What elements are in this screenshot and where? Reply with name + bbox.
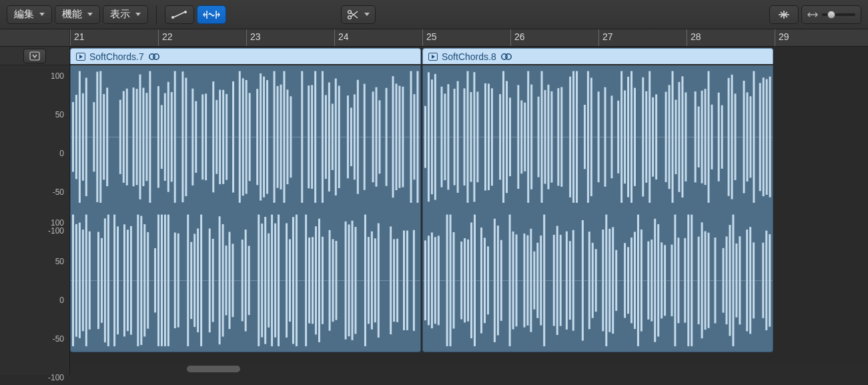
ruler-tick [422,29,423,46]
menu-edit[interactable]: 編集 [7,5,52,24]
ruler-label: 26 [514,31,525,42]
region-play-icon[interactable] [76,53,85,61]
region-header[interactable]: SoftChords.8 [422,48,773,64]
ruler-label: 24 [338,31,349,42]
amplitude-label: -50 [53,334,64,344]
zoom-knob[interactable] [827,11,835,19]
ruler-tick [334,29,335,46]
ruler-tick [598,29,599,46]
menu-functions[interactable]: 機能 [55,5,100,24]
ruler-tick [510,29,511,46]
svg-point-7 [153,53,159,59]
chevron-down-icon [135,13,141,16]
waveform-channel [71,65,420,209]
automation-curve-icon [171,9,188,20]
toolbar: 編集 機能 表示 [0,0,868,29]
inspector-toggle-button[interactable] [23,49,46,63]
amplitude-label: 0 [59,149,64,158]
right-tool-group [769,5,861,24]
waveform-axis [423,137,773,137]
zoom-horizontal-icon [807,11,818,19]
waveform-channel [423,65,773,209]
left-column: 100500-50-100100500-50-100 [0,47,70,375]
waveform-axis [423,280,773,281]
ruler-label: 23 [250,31,261,42]
marquee-tool-group [341,5,376,24]
ruler-tick [246,29,247,46]
ruler-tick [687,29,687,46]
menu-edit-label: 編集 [14,8,34,21]
waveform-channel [71,209,420,352]
amplitude-label: 50 [55,257,64,266]
amplitude-label: 100 [51,71,64,81]
menu-group: 編集 機能 表示 [7,5,148,24]
toolbar-divider [156,5,157,24]
region-header[interactable]: SoftChords.7 [70,48,421,64]
ruler-label: 21 [74,31,85,42]
region-body[interactable] [422,65,773,352]
ruler-label: 29 [779,31,789,42]
ruler-label: 25 [426,31,437,42]
svg-rect-4 [30,52,39,60]
ruler-tick [158,29,159,46]
horizontal-scrollbar[interactable] [70,364,868,374]
svg-point-10 [506,53,511,59]
region-body[interactable] [70,65,421,352]
svg-point-3 [348,15,352,19]
chevron-down-icon [39,13,45,16]
amplitude-label: 50 [55,110,64,119]
ruler-gutter [0,29,70,46]
menu-view-label: 表示 [110,8,130,21]
waveform-axis [71,280,420,281]
svg-point-2 [348,10,352,13]
region-loop-icon[interactable] [148,53,160,61]
bar-ruler[interactable]: 212223242526272829 [70,29,868,46]
waveform-area[interactable] [70,65,868,359]
horizontal-zoom-slider[interactable] [801,5,861,24]
waveform-channel [423,209,773,352]
region-play-icon[interactable] [428,53,438,61]
amplitude-label: -50 [53,187,64,197]
left-header [0,47,69,65]
zoom-track[interactable] [822,13,855,16]
amplitude-label: 0 [59,296,64,305]
region-name-label: SoftChords.7 [89,51,144,62]
ruler-tick [70,29,71,46]
catch-playhead-icon [777,9,791,20]
amplitude-scale: 100500-50-100100500-50-100 [0,65,69,375]
flex-icon [203,9,220,20]
waveform-axis [71,137,420,137]
automation-curve-button[interactable] [165,5,194,24]
catch-playhead-button[interactable] [769,5,799,24]
chevron-down-box-icon [29,51,40,61]
ruler-label: 27 [602,31,613,42]
chevron-down-icon [87,13,93,16]
lane[interactable]: SoftChords.7SoftChords.8 [70,47,868,375]
flex-button[interactable] [197,5,226,24]
ruler-label: 28 [691,31,701,42]
scissors-tool-button[interactable] [341,5,376,24]
region-header-row: SoftChords.7SoftChords.8 [70,47,868,65]
ruler-row: 212223242526272829 [0,29,868,47]
ruler-tick [775,29,775,46]
region-name-label: SoftChords.8 [442,51,496,62]
audio-editor: 100500-50-100100500-50-100 SoftChords.7S… [0,47,868,375]
scrollbar-thumb[interactable] [187,366,240,372]
scissors-icon [347,9,359,20]
menu-view[interactable]: 表示 [103,5,148,24]
menu-functions-label: 機能 [62,8,82,21]
chevron-down-icon [364,13,370,16]
region-loop-icon[interactable] [500,53,512,61]
amplitude-label: -100 [48,226,64,236]
tool-group [165,5,226,24]
amplitude-label: -100 [48,373,64,382]
amplitude-label: 100 [51,218,64,228]
ruler-label: 22 [162,31,173,42]
